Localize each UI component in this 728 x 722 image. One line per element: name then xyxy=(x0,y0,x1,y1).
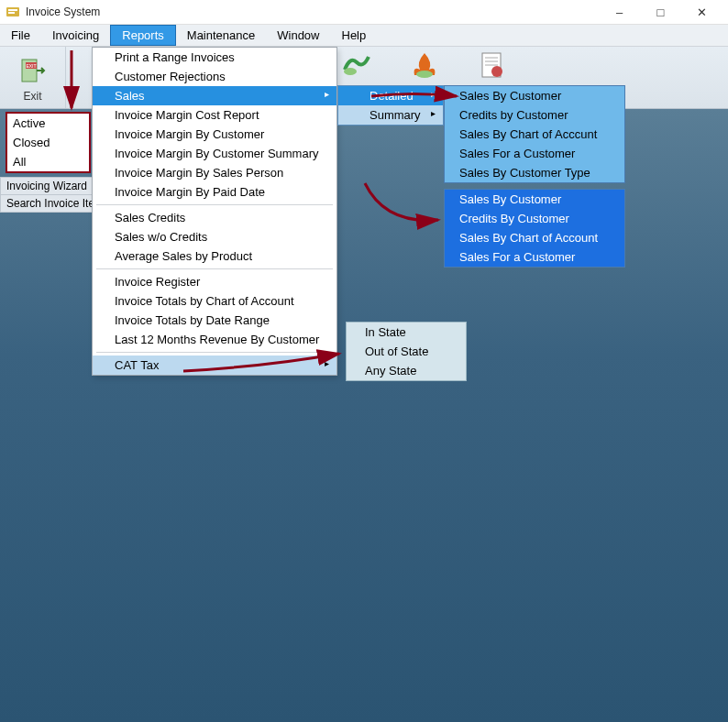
menu-window[interactable]: Window xyxy=(266,25,330,46)
sales-submenu: DetailedSummary xyxy=(337,85,444,126)
reports-item[interactable]: Sales w/o Credits xyxy=(93,227,336,246)
window-controls: – □ ✕ xyxy=(599,0,722,25)
reports-item[interactable]: Invoice Register xyxy=(93,272,336,291)
summary-item[interactable]: Credits By Customer xyxy=(445,209,624,228)
app-title: Invoice System xyxy=(26,5,100,18)
cat-item[interactable]: Any State xyxy=(347,361,466,380)
exit-button[interactable]: EXIT Exit xyxy=(0,47,66,108)
document-icon xyxy=(477,51,508,82)
menu-separator xyxy=(96,268,333,269)
menu-maintenance[interactable]: Maintenance xyxy=(176,25,266,46)
summary-item[interactable]: Sales By Chart of Account xyxy=(445,228,624,247)
cat-item[interactable]: Out of State xyxy=(347,342,466,361)
reports-item[interactable]: Print a Range Invoices xyxy=(93,48,336,67)
reports-dropdown: Print a Range InvoicesCustomer Rejection… xyxy=(92,47,337,376)
reports-item[interactable]: Sales xyxy=(93,86,336,105)
reports-item[interactable]: Invoice Margin By Sales Person xyxy=(93,163,336,182)
svg-rect-2 xyxy=(8,12,15,14)
svg-point-12 xyxy=(491,66,502,77)
toolbar-extra-icons xyxy=(341,51,508,82)
svg-rect-1 xyxy=(8,9,17,11)
svg-point-6 xyxy=(344,68,357,75)
cat-item[interactable]: In State xyxy=(347,323,466,342)
sidebar-item-all[interactable]: All xyxy=(7,152,89,171)
detailed-item[interactable]: Sales By Customer xyxy=(445,86,624,105)
menu-separator xyxy=(96,204,333,205)
money-icon xyxy=(341,51,372,82)
minimize-button[interactable]: – xyxy=(599,0,640,25)
summary-item[interactable]: Sales By Customer xyxy=(445,190,624,209)
detailed-item[interactable]: Credits by Customer xyxy=(445,105,624,125)
detailed-item[interactable]: Sales By Chart of Acccunt xyxy=(445,125,624,144)
menu-separator xyxy=(96,352,333,353)
sidebar-item-active[interactable]: Active xyxy=(7,114,89,133)
reports-item[interactable]: Invoice Margin By Customer Summary xyxy=(93,144,336,163)
close-button[interactable]: ✕ xyxy=(681,0,722,25)
reports-item[interactable]: Invoice Totals by Chart of Account xyxy=(93,291,336,311)
menu-bar: FileInvoicingReportsMaintenanceWindowHel… xyxy=(0,25,728,47)
reports-item[interactable]: Invoice Totals by Date Range xyxy=(93,311,336,330)
maximize-button[interactable]: □ xyxy=(640,0,681,25)
menu-file[interactable]: File xyxy=(0,25,41,46)
menu-invoicing[interactable]: Invoicing xyxy=(41,25,110,46)
reports-item[interactable]: Invoice Margin By Customer xyxy=(93,125,336,144)
sales-detailed-menu: Sales By CustomerCredits by CustomerSale… xyxy=(444,85,625,183)
exit-label: Exit xyxy=(23,90,41,103)
detailed-item[interactable]: Sales By Customer Type xyxy=(445,163,624,182)
sales-sub-detailed[interactable]: Detailed xyxy=(338,86,443,105)
fire-money-icon xyxy=(409,51,440,82)
detailed-item[interactable]: Sales For a Customer xyxy=(445,144,624,163)
app-icon xyxy=(6,5,20,19)
sales-sub-summary[interactable]: Summary xyxy=(338,105,443,125)
reports-item[interactable]: Average Sales by Product xyxy=(93,246,336,266)
reports-item[interactable]: Invoice Margin By Paid Date xyxy=(93,182,336,202)
svg-point-7 xyxy=(416,71,433,78)
reports-item[interactable]: Last 12 Months Revenue By Customer xyxy=(93,330,336,349)
reports-item[interactable]: Customer Rejections xyxy=(93,67,336,86)
summary-item[interactable]: Sales For a Customer xyxy=(445,247,624,267)
title-bar: Invoice System – □ ✕ xyxy=(0,0,728,25)
sidebar-item-closed[interactable]: Closed xyxy=(7,133,89,152)
reports-item[interactable]: Sales Credits xyxy=(93,208,336,227)
exit-icon: EXIT xyxy=(17,55,49,86)
sales-summary-menu: Sales By CustomerCredits By CustomerSale… xyxy=(444,189,625,268)
sidebar: ActiveClosedAll xyxy=(6,112,91,173)
reports-item[interactable]: Invoice Margin Cost Report xyxy=(93,105,336,125)
menu-reports[interactable]: Reports xyxy=(110,25,176,46)
svg-text:EXIT: EXIT xyxy=(26,63,36,69)
menu-help[interactable]: Help xyxy=(331,25,378,46)
reports-item[interactable]: CAT Tax xyxy=(93,356,336,375)
cat-tax-submenu: In StateOut of StateAny State xyxy=(346,322,467,381)
